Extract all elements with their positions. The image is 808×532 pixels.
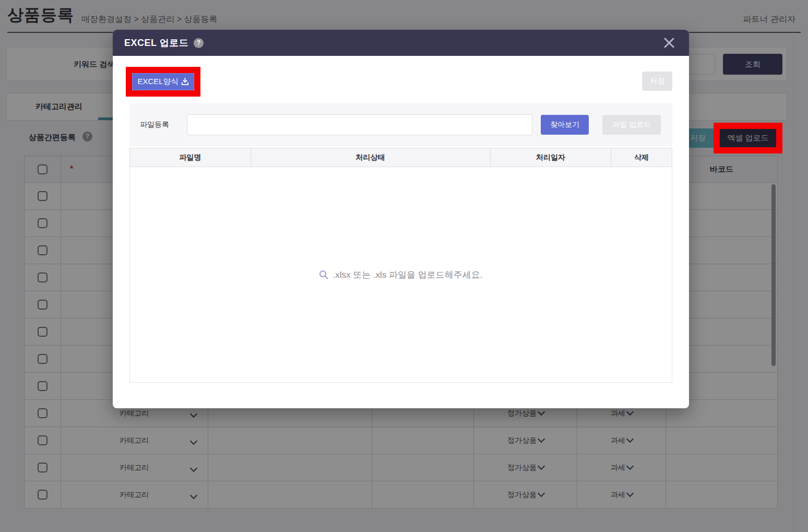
empty-state: .xlsx 또는 .xls 파일을 업로드해주세요. bbox=[319, 269, 482, 281]
screen: 상품등록 매장환경설정 > 상품관리 > 상품등록 파트너 관리자 키워드 검색… bbox=[0, 0, 808, 532]
filename-header: 파일명 bbox=[130, 148, 251, 167]
modal-save-button[interactable]: 저장 bbox=[642, 72, 672, 91]
file-register-label: 파일등록 bbox=[140, 120, 169, 129]
process-date-header: 처리일자 bbox=[491, 148, 612, 167]
excel-form-label: EXCEL양식 bbox=[137, 77, 179, 87]
search-icon bbox=[319, 270, 328, 279]
empty-message: .xlsx 또는 .xls 파일을 업로드해주세요. bbox=[332, 269, 482, 281]
file-path-input[interactable] bbox=[187, 114, 532, 135]
modal-header: EXCEL 업로드 ? bbox=[113, 30, 689, 56]
browse-button[interactable]: 찾아보기 bbox=[541, 115, 589, 135]
file-upload-button[interactable]: 파일 업로드 bbox=[602, 115, 661, 135]
file-upload-section: 파일등록 찾아보기 파일 업로드 bbox=[129, 103, 672, 146]
download-icon bbox=[181, 78, 189, 86]
modal-help-icon[interactable]: ? bbox=[194, 38, 204, 48]
excel-form-download-button[interactable]: EXCEL양식 bbox=[132, 73, 194, 90]
excel-upload-modal: EXCEL 업로드 ? EXCEL양식 저장 파일등록 찾아보기 파일 업로드 … bbox=[113, 30, 689, 408]
uploaded-files-table: 파일명 처리상태 처리일자 삭제 .xlsx 또는 .xls 파일을 업로드해주… bbox=[129, 148, 672, 383]
files-table-empty-body: .xlsx 또는 .xls 파일을 업로드해주세요. bbox=[129, 167, 672, 383]
close-icon[interactable] bbox=[663, 37, 675, 49]
process-status-header: 처리상태 bbox=[251, 148, 491, 167]
modal-title: EXCEL 업로드 bbox=[124, 37, 188, 49]
delete-header: 삭제 bbox=[611, 148, 672, 167]
files-table-header: 파일명 처리상태 처리일자 삭제 bbox=[129, 148, 672, 167]
annotation-box-excel-form: EXCEL양식 bbox=[126, 67, 200, 97]
